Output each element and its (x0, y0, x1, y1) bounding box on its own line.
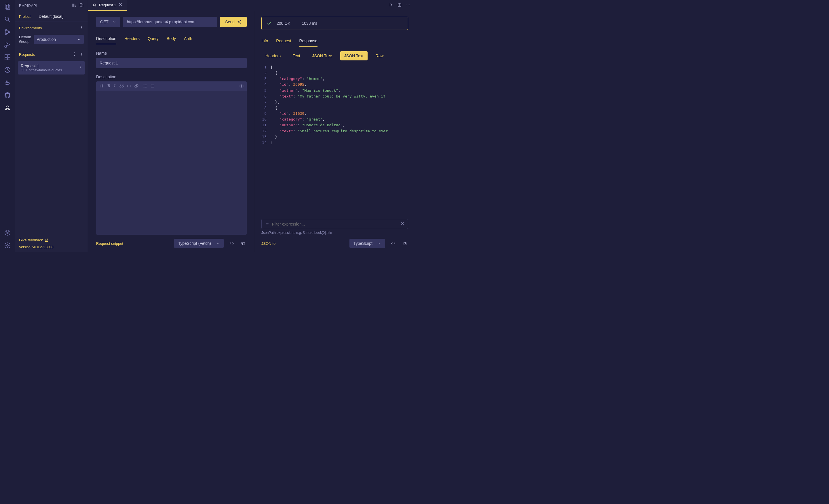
tab-info[interactable]: Info (261, 36, 268, 47)
project-selector[interactable]: Project Default (local) (15, 11, 88, 22)
tab-query[interactable]: Query (148, 34, 158, 44)
library-icon[interactable] (72, 3, 76, 8)
svg-rect-70 (403, 242, 405, 244)
more-icon[interactable] (79, 25, 84, 31)
subtab-jsontext[interactable]: JSON Text (340, 51, 368, 61)
run-debug-icon[interactable] (4, 41, 11, 48)
url-input[interactable] (123, 17, 217, 27)
send-label: Send (225, 20, 235, 24)
environments-label: Environments (19, 26, 42, 30)
filter-hint: JsonPath expressions e.g. $.store.book[0… (261, 231, 408, 235)
feedback-link[interactable]: Give feedback (19, 238, 84, 242)
svg-point-60 (151, 87, 151, 87)
docker-icon[interactable] (4, 79, 11, 86)
svg-point-18 (6, 106, 9, 109)
tab-description[interactable]: Description (96, 34, 116, 44)
chevron-down-icon (77, 37, 81, 41)
name-label: Name (96, 51, 247, 55)
clear-icon[interactable] (400, 222, 404, 226)
more-icon[interactable] (72, 52, 77, 57)
send-button[interactable]: Send (220, 17, 247, 27)
list-ul-icon[interactable] (143, 84, 147, 88)
code-icon[interactable] (228, 240, 235, 247)
source-control-icon[interactable] (4, 28, 11, 36)
list-ol-icon[interactable] (150, 84, 155, 88)
filter-input[interactable] (272, 222, 398, 226)
bold-icon[interactable]: B (107, 84, 111, 88)
editor-tab[interactable]: Request 1 (88, 0, 127, 11)
svg-point-42 (406, 5, 407, 5)
copy-icon[interactable] (401, 240, 408, 247)
chevron-down-icon (377, 242, 381, 245)
svg-point-28 (74, 52, 75, 53)
request-list-item[interactable]: Request 1 GET https://famous-quotes… (18, 61, 85, 75)
requests-label: Requests (19, 52, 35, 57)
explorer-icon[interactable] (4, 3, 11, 10)
json-line: 2 { (261, 70, 408, 76)
subtab-jsontree[interactable]: JSON Tree (308, 51, 336, 61)
snippet-lang-select[interactable]: TypeScript (Fetch) (174, 239, 224, 248)
search-icon[interactable] (4, 15, 11, 23)
add-icon[interactable] (79, 52, 84, 57)
subtab-headers[interactable]: Headers (261, 51, 285, 61)
svg-point-26 (81, 27, 82, 28)
tab-auth[interactable]: Auth (184, 34, 192, 44)
github-icon[interactable] (4, 91, 11, 99)
svg-rect-11 (5, 57, 7, 60)
svg-rect-69 (404, 242, 406, 245)
description-editor[interactable] (96, 91, 247, 235)
json-line: 8 { (261, 105, 408, 111)
heading-icon[interactable] (99, 84, 104, 88)
settings-icon[interactable] (4, 242, 11, 249)
tab-label: Request 1 (99, 3, 116, 7)
code-icon[interactable] (127, 84, 131, 88)
close-icon[interactable] (118, 2, 123, 8)
svg-rect-63 (242, 242, 244, 244)
sync-icon[interactable] (79, 3, 84, 8)
account-icon[interactable] (4, 229, 11, 236)
svg-point-34 (80, 66, 81, 67)
jsonto-lang-select[interactable]: TypeScript (350, 239, 385, 248)
more-icon[interactable] (79, 64, 83, 69)
svg-rect-62 (242, 242, 245, 245)
subtab-raw[interactable]: Raw (372, 51, 388, 61)
copy-icon[interactable] (240, 240, 247, 247)
environment-select[interactable]: Production (34, 35, 84, 44)
svg-point-23 (7, 244, 8, 246)
code-icon[interactable] (390, 240, 397, 247)
run-icon[interactable] (389, 3, 393, 8)
status-text: 200 OK (277, 21, 290, 26)
method-select[interactable]: GET (96, 17, 120, 27)
extensions-icon[interactable] (4, 53, 11, 61)
project-label: Project (19, 14, 31, 19)
tab-headers[interactable]: Headers (124, 34, 140, 44)
name-input[interactable] (96, 58, 247, 68)
quote-icon[interactable]: 66 (119, 84, 124, 88)
response-tabs: Info Request Response (261, 36, 408, 47)
timeline-icon[interactable] (4, 66, 11, 74)
description-toolbar: B I 66 (96, 81, 247, 91)
status-box: 200 OK · 1038 ms (261, 17, 408, 30)
subtab-text[interactable]: Text (289, 51, 304, 61)
version-label: Version: v0.0.2713008 (19, 245, 84, 249)
activity-bar (0, 0, 15, 252)
tab-response[interactable]: Response (299, 36, 318, 47)
svg-marker-39 (390, 3, 392, 6)
split-editor-icon[interactable] (397, 3, 402, 8)
filter-icon (265, 222, 269, 226)
rapidapi-icon[interactable] (4, 104, 11, 112)
svg-point-27 (81, 29, 82, 29)
svg-rect-10 (8, 55, 10, 57)
more-icon[interactable] (406, 3, 410, 8)
svg-point-33 (80, 65, 81, 65)
link-icon[interactable] (134, 84, 139, 88)
json-line: 9 "id": 31639, (261, 111, 408, 117)
italic-icon[interactable]: I (114, 84, 115, 88)
preview-icon[interactable] (239, 84, 244, 88)
svg-point-29 (74, 54, 75, 54)
json-viewer[interactable]: 1[2 {3 "category": "humor",4 "id": 36995… (261, 65, 408, 216)
request-pane: GET Send Description Headers Query Body … (88, 11, 255, 252)
tab-body[interactable]: Body (167, 34, 176, 44)
description-label: Description (96, 75, 247, 79)
tab-request[interactable]: Request (276, 36, 291, 47)
